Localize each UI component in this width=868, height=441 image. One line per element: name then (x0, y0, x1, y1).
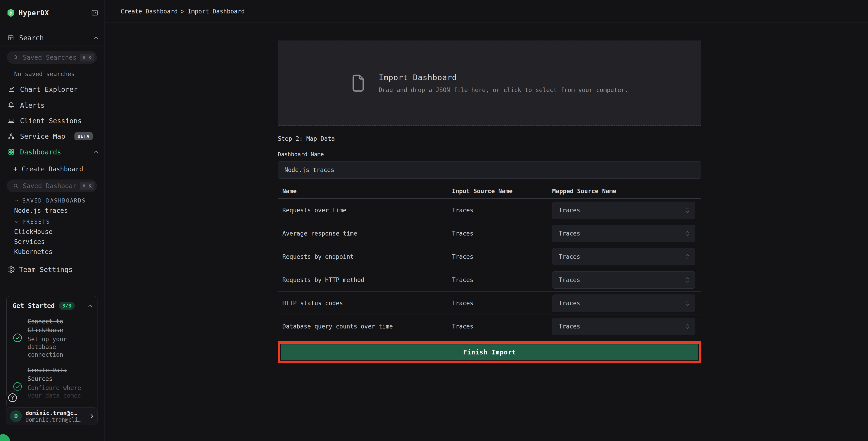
saved-searches-input[interactable]: Saved Searches ⌘ K (7, 51, 97, 64)
group-saved-dashboards[interactable]: SAVED DASHBOARDS (15, 196, 86, 205)
input-source-cell: Traces (452, 230, 552, 237)
select-chevrons-icon (685, 253, 689, 260)
select-value: Traces (559, 276, 580, 283)
avatar: D (10, 410, 22, 422)
chevron-up-icon (94, 151, 98, 153)
mapped-source-select[interactable]: Traces (552, 225, 695, 242)
import-dashboard-page: Import Dashboard Drag and drop a JSON fi… (278, 23, 701, 363)
table-layout-icon (7, 34, 14, 41)
saved-searches-placeholder: Saved Searches (23, 54, 75, 61)
sidebar-item-dashboards[interactable]: Dashboards (8, 147, 98, 157)
grid-icon (8, 149, 14, 155)
finish-import-button[interactable]: Finish Import (281, 345, 698, 360)
no-saved-searches-text: No saved searches (14, 70, 75, 78)
select-value: Traces (559, 230, 580, 237)
dropzone-text: Import Dashboard Drag and drop a JSON fi… (379, 73, 628, 93)
chat-bubble-peek[interactable] (0, 434, 10, 441)
table-row: Database query counts over time Traces T… (278, 315, 701, 338)
sidebar-item-label: Chart Explorer (20, 85, 78, 93)
search-section-label: Search (19, 34, 44, 42)
get-started-header[interactable]: Get Started 3/3 (12, 302, 92, 310)
chart-name-cell: Requests by HTTP method (282, 276, 452, 283)
divider (0, 160, 104, 160)
get-started-item-title: Connect to ClickHouse (28, 317, 85, 334)
sidebar-section-search[interactable]: Search (7, 33, 98, 43)
table-row: HTTP status codes Traces Traces (278, 292, 701, 315)
create-dashboard-label: Create Dashboard (22, 165, 83, 173)
group-title: PRESETS (22, 219, 50, 225)
gear-icon (8, 266, 14, 273)
divider (0, 46, 104, 46)
get-started-item-desc: Set up your database connection (28, 335, 85, 358)
sidebar: HyperDX Search Saved Searches ⌘ K No (0, 0, 105, 441)
highlight-outline: Finish Import (278, 341, 701, 363)
mapping-table: Name Input Source Name Mapped Source Nam… (278, 184, 701, 338)
sidebar-collapse-icon[interactable] (91, 9, 99, 17)
create-dashboard-button[interactable]: + Create Dashboard (13, 165, 83, 174)
select-chevrons-icon (685, 230, 689, 237)
mapped-source-select[interactable]: Traces (552, 248, 695, 265)
column-header-mapped-source: Mapped Source Name (552, 188, 697, 195)
sidebar-item-label: Dashboards (20, 148, 61, 156)
sidebar-item-chart-explorer[interactable]: Chart Explorer (8, 84, 98, 94)
input-source-cell: Traces (452, 207, 552, 214)
plus-icon: + (13, 165, 18, 173)
sidebar-item-label: Service Map (20, 133, 65, 140)
sidebar-item-team-settings[interactable]: Team Settings (8, 264, 98, 275)
mapped-source-select[interactable]: Traces (552, 318, 695, 335)
mapped-source-select[interactable]: Traces (552, 271, 695, 289)
preset-list-item[interactable]: Services (14, 237, 45, 246)
user-account-button[interactable]: D dominic.tran@c… dominic.tran@cli… (6, 407, 98, 425)
hierarchy-icon (8, 133, 14, 140)
dashboard-list-item[interactable]: Node.js traces (14, 206, 68, 215)
get-started-item-sources[interactable]: Create Data Sources Configure where your… (12, 366, 92, 407)
get-started-item-desc: Configure where your data comes from (28, 384, 85, 407)
table-header-row: Name Input Source Name Mapped Source Nam… (278, 184, 701, 199)
chevron-up-icon[interactable] (88, 304, 92, 307)
select-value: Traces (559, 253, 580, 260)
chart-name-cell: Requests over time (282, 207, 452, 214)
group-presets[interactable]: PRESETS (15, 217, 50, 226)
user-email: dominic.tran@cli… (26, 417, 82, 423)
table-row: Average response time Traces Traces (278, 222, 701, 245)
chevron-up-icon (94, 36, 98, 39)
column-header-name: Name (282, 188, 452, 195)
input-source-cell: Traces (452, 300, 552, 306)
sidebar-item-client-sessions[interactable]: Client Sessions (8, 116, 98, 126)
check-circle-icon (12, 333, 23, 343)
chevron-right-icon (90, 414, 93, 419)
breadcrumb-current: Import Dashboard (188, 8, 245, 15)
mapped-source-select[interactable]: Traces (552, 295, 695, 312)
check-circle-icon (12, 382, 23, 391)
select-value: Traces (559, 207, 580, 214)
saved-dashboards-input[interactable]: Saved Dashboards ⌘ K (7, 179, 97, 192)
sidebar-item-alerts[interactable]: Alerts (8, 100, 98, 111)
get-started-card: Get Started 3/3 Connect to ClickHouse Se… (6, 296, 97, 409)
dashboard-name-input[interactable]: Node.js traces (278, 161, 701, 179)
preset-list-item[interactable]: Kubernetes (14, 247, 53, 256)
select-chevrons-icon (685, 300, 689, 306)
mapped-source-select[interactable]: Traces (552, 202, 695, 219)
chevron-down-icon (15, 221, 19, 223)
table-row: Requests by HTTP method Traces Traces (278, 268, 701, 292)
topbar: Create Dashboard > Import Dashboard (105, 0, 868, 23)
select-chevrons-icon (685, 207, 689, 214)
select-chevrons-icon (685, 323, 689, 330)
json-dropzone[interactable]: Import Dashboard Drag and drop a JSON fi… (278, 40, 701, 126)
get-started-title: Get Started (12, 302, 55, 310)
input-source-cell: Traces (452, 323, 552, 330)
get-started-item-connect[interactable]: Connect to ClickHouse Set up your databa… (12, 317, 92, 358)
breadcrumb-parent[interactable]: Create Dashboard (121, 8, 178, 15)
help-button[interactable]: ? (6, 391, 19, 404)
chart-name-cell: Average response time (282, 230, 452, 237)
sidebar-item-service-map[interactable]: Service Map BETA (8, 131, 98, 142)
user-name: dominic.tran@c… (26, 410, 82, 417)
chart-name-cell: Database query counts over time (282, 323, 452, 330)
chart-line-icon (8, 86, 14, 93)
step-label: Step 2: Map Data (278, 135, 701, 142)
preset-list-item[interactable]: ClickHouse (14, 227, 53, 236)
team-settings-label: Team Settings (19, 266, 73, 273)
group-title: SAVED DASHBOARDS (22, 198, 86, 204)
dropzone-desc: Drag and drop a JSON file here, or click… (379, 87, 628, 93)
question-mark-icon: ? (8, 393, 17, 402)
